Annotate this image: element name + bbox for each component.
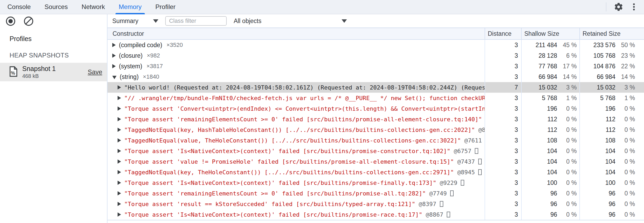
shallow-size-cell: 960 % [521,199,579,209]
shallow-size-cell-value: 104 [522,169,557,176]
string-value: "Torque assert 'Is<NativeContext>(contex… [124,148,450,154]
table-row[interactable]: "Torque assert 'remainingElementsCount >… [108,188,644,199]
tab-profiler[interactable]: Profiler [149,0,182,14]
table-row[interactable]: "TaggedNotEqual(key, HashTableHoleConsta… [108,124,644,135]
panel-tabbar: Console Sources Network Memory Profiler [0,0,644,14]
column-header-shallow-size[interactable]: Shallow Size [521,28,579,39]
table-row[interactable]: "TaggedNotEqual(key, TheHoleConstant()) … [108,167,644,177]
object-id: @8397 [419,201,436,207]
distance-cell: 3 [485,93,521,103]
table-row[interactable]: "Hello world! (Requested at: 2024-08-19T… [108,82,644,93]
shallow-size-cell-value: 100 [522,179,557,186]
table-row[interactable]: "// .wrangler/tmp/bundle-FmNIt0/checked-… [108,93,644,103]
column-header-constructor[interactable]: Constructor [108,28,485,39]
constructor-group-name: (closure) [119,52,142,59]
table-row[interactable]: "Torque assert 'Convert<uintptr>(endInde… [108,103,644,114]
object-id: @9229 [440,180,457,186]
disclosure-triangle-icon[interactable] [112,76,117,79]
disclosure-triangle-icon[interactable] [118,138,121,142]
more-options-icon[interactable] [628,1,640,13]
disclosure-triangle-icon[interactable] [112,64,116,68]
class-filter-input[interactable] [165,16,227,26]
string-value: "Torque assert 'result == kStoreSucceded… [124,201,415,207]
clear-profiles-icon[interactable] [22,15,35,28]
retained-size-cell-percent: 0 % [615,169,635,176]
disclosure-triangle-icon[interactable] [118,202,121,206]
tab-sources[interactable]: Sources [38,0,75,14]
shallow-size-cell-percent: 0 % [557,137,577,144]
table-row[interactable]: (closure)×982328 1286 %105 76823 % [108,50,644,61]
disclosure-triangle-icon[interactable] [118,159,121,164]
memory-panel-toolbar: Summary All objects [108,14,644,28]
disclosure-triangle-icon[interactable] [118,128,121,132]
settings-gear-icon[interactable] [612,1,625,13]
profiles-sidebar-toolbar [0,14,107,28]
shallow-size-cell-value: 96 [522,211,557,218]
retained-size-cell-value: 108 [580,137,615,144]
table-row[interactable]: "Torque assert 'Is<NativeContext>(contex… [108,177,644,188]
tab-console[interactable]: Console [1,0,38,14]
disclosure-triangle-icon[interactable] [118,85,121,90]
disclosure-triangle-icon[interactable] [118,106,121,111]
shallow-size-cell-value: 15 032 [522,84,557,91]
table-row[interactable]: "Torque assert 'Is<NativeContext>(contex… [108,209,644,220]
disclosure-triangle-icon[interactable] [118,212,121,217]
table-row[interactable]: "Torque assert 'Is<NativeContext>(contex… [108,146,644,156]
table-row[interactable]: "Torque assert 'result == kStoreSucceded… [108,199,644,209]
retained-size-cell: 105 76823 % [579,50,644,61]
missing-glyph-box [450,190,454,196]
string-value: "Torque assert 'Is<NativeContext>(contex… [124,211,422,218]
disclosure-triangle-icon[interactable] [118,117,121,121]
shallow-size-cell-value: 112 [522,126,557,133]
tabbar-right-controls [606,0,644,14]
perspective-select[interactable]: Summary [112,17,158,25]
shallow-size-cell-percent: 0 % [557,148,577,155]
shallow-size-cell-value: 108 [522,137,557,144]
disclosure-triangle-icon[interactable] [118,181,121,185]
disclosure-triangle-icon[interactable] [118,96,121,100]
distance-cell: 3 [485,146,521,156]
retained-size-cell-value: 15 032 [580,84,615,91]
instance-count: ×982 [147,52,160,59]
retained-size-cell-value: 104 [580,169,615,176]
save-snapshot-link[interactable]: Save [88,68,102,76]
shallow-size-cell: 1040 % [521,146,579,156]
distance-cell: 3 [485,188,521,199]
snapshot-list-item[interactable]: % Snapshot 1 468 kB Save [0,63,107,81]
shallow-size-cell: 28 1286 % [521,50,579,61]
retained-size-cell-percent: 0 % [615,126,635,133]
table-row[interactable]: (compiled code)×35203211 48445 %233 5765… [108,40,644,50]
table-row[interactable]: (string)×1840366 98414 %66 98414 % [108,72,644,82]
retained-size-cell-value: 104 876 [580,63,615,70]
retained-size-cell-percent: 1 % [615,95,635,102]
retained-size-cell: 1080 % [579,135,644,146]
disclosure-triangle-icon[interactable] [118,191,121,195]
table-row[interactable]: (system)×3817377 76817 %104 87622 % [108,61,644,72]
object-id: @8945 [457,169,475,176]
base-snapshot-select[interactable]: All objects [234,17,347,25]
heap-snapshot-file-icon: % [8,66,18,78]
disclosure-triangle-icon[interactable] [118,170,121,174]
shallow-size-cell-value: 112 [522,116,557,123]
retained-size-cell-percent: 0 % [615,105,635,112]
tab-memory[interactable]: Memory [112,0,149,14]
table-row[interactable]: "TaggedNotEqual(value, TheHoleConstant()… [108,135,644,146]
table-row[interactable]: "Torque assert 'remainingElementsCount >… [108,114,644,124]
snapshot-size: 468 kB [22,73,56,79]
retained-size-cell: 66 98414 % [579,72,644,82]
disclosure-triangle-icon[interactable] [112,43,116,47]
base-snapshot-select-label: All objects [234,17,261,25]
table-row[interactable]: "Torque assert 'value != PromiseHole' fa… [108,156,644,167]
record-heap-snapshot-icon[interactable] [4,15,17,28]
column-header-distance[interactable]: Distance [485,28,521,39]
tab-network[interactable]: Network [75,0,112,14]
shallow-size-cell-value: 77 768 [522,63,557,70]
retained-size-cell: 5 7681 % [579,93,644,103]
retained-size-cell-value: 112 [580,126,615,133]
disclosure-triangle-icon[interactable] [112,53,116,58]
shallow-size-cell-percent: 6 % [557,52,577,59]
disclosure-triangle-icon[interactable] [118,149,121,153]
column-header-retained-size[interactable]: Retained Size [579,28,644,39]
object-id: @7437 [457,158,475,165]
string-value: "Torque assert 'Convert<uintptr>(endInde… [124,105,485,112]
